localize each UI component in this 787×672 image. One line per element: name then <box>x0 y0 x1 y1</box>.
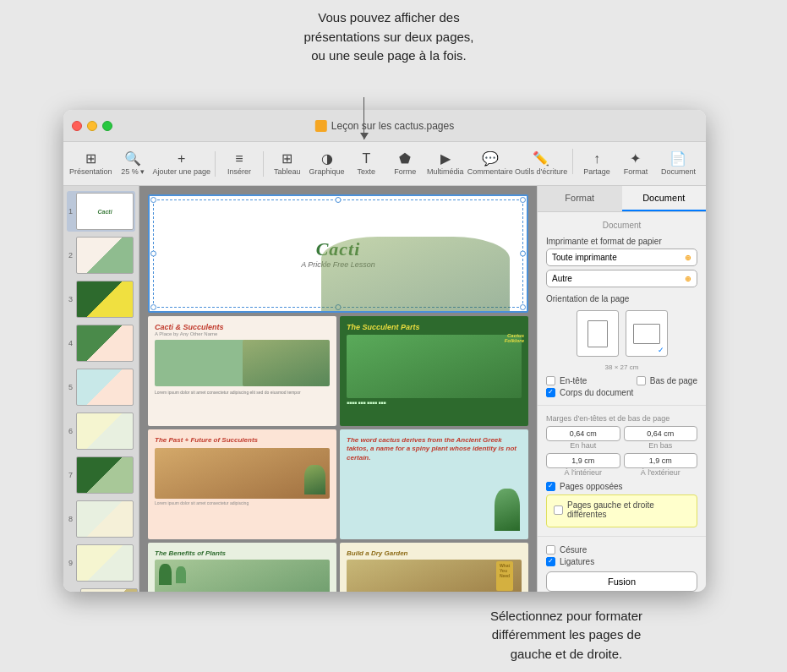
toolbar-comment[interactable]: 💬 Commentaire <box>467 149 513 179</box>
fusion-button[interactable]: Fusion <box>546 571 697 592</box>
handle-middle-left[interactable] <box>150 251 156 257</box>
succulent-parts-title: The Succulent Parts <box>347 323 522 331</box>
slide-thumb-5[interactable]: 5 <box>67 367 135 407</box>
toolbar-right: ↑ Partage ✦ Format 📄 Document <box>569 149 701 179</box>
margin-bottom-field[interactable]: 0,64 cm <box>624 426 698 441</box>
slide-preview-8 <box>76 500 134 538</box>
toolbar-document[interactable]: 📄 Document <box>656 149 701 179</box>
handle-bottom-left[interactable] <box>150 304 156 310</box>
page-1-selected[interactable]: Cacti A Prickle Free Lesson <box>148 194 528 313</box>
slide-num-5: 5 <box>68 383 73 391</box>
orientation-portrait[interactable] <box>577 310 619 357</box>
slide-thumb-2[interactable]: 2 <box>67 235 135 276</box>
multimedia-label: Multimédia <box>427 167 464 176</box>
inspector-panel: Format Document Document Imprimante et f… <box>537 186 706 592</box>
pages-spread: Cacti A Prickle Free Lesson Cacti & Succ… <box>148 194 528 592</box>
slide-preview-3 <box>76 281 134 318</box>
opposite-pages-checkbox[interactable] <box>546 482 555 491</box>
close-button[interactable] <box>72 121 82 131</box>
different-pages-checkbox[interactable] <box>554 505 563 515</box>
margin-inner-field[interactable]: 1,9 cm <box>546 453 620 468</box>
word-cactus-title: The word cactus derives from the Ancient… <box>347 436 522 462</box>
toolbar: ⊞ Présentation 🔍 25 % ▾ + Ajouter une pa… <box>63 142 706 186</box>
tab-document[interactable]: Document <box>622 186 707 211</box>
margin-outer-field[interactable]: 1,9 cm <box>624 453 698 468</box>
slide-preview-7 <box>76 456 134 494</box>
handle-top-right[interactable] <box>520 197 526 203</box>
maximize-button[interactable] <box>102 121 112 131</box>
toolbar-table[interactable]: ⊞ Tableau <box>269 149 306 179</box>
toolbar-multimedia[interactable]: ▶ Multimédia <box>425 149 465 179</box>
slide-preview-9 <box>76 544 134 582</box>
slide-thumb-7[interactable]: 7 <box>67 455 135 495</box>
body-checkbox[interactable] <box>546 388 555 397</box>
multimedia-icon: ▶ <box>440 152 451 166</box>
footer-checkbox[interactable] <box>637 376 646 385</box>
orientation-landscape[interactable] <box>626 310 668 357</box>
slide-num-4: 4 <box>68 339 73 347</box>
toolbar-add-page[interactable]: + Ajouter une page <box>153 149 210 179</box>
toolbar-text[interactable]: T Texte <box>347 149 385 179</box>
toolbar-form[interactable]: ⬟ Forme <box>386 149 424 179</box>
landscape-icon <box>633 324 660 344</box>
cacti-succulents-subtitle: A Place by Any Other Name <box>155 331 330 336</box>
toolbar-share[interactable]: ↑ Partage <box>578 149 615 179</box>
app-window: Leçon sur les cactus.pages ⊞ Présentatio… <box>63 110 706 592</box>
handle-top-left[interactable] <box>150 197 156 203</box>
comment-label: Commentaire <box>467 167 513 176</box>
slide-preview-4 <box>76 325 134 362</box>
printer-label: Imprimante et format de papier <box>546 237 697 246</box>
cacti-succulents-body: Lorem ipsum dolor sit amet consectetur a… <box>155 390 330 396</box>
paper-select[interactable]: Autre ⊕ <box>546 270 697 287</box>
slide-thumb-1[interactable]: 1 Cacti <box>67 191 135 232</box>
slide-thumb-3[interactable]: 3 <box>67 279 135 320</box>
minimize-button[interactable] <box>87 121 97 131</box>
word-cactus-image <box>495 489 520 531</box>
pages-grid: Cacti & Succulents A Place by Any Other … <box>148 316 528 592</box>
page-dry-garden[interactable]: Build a Dry Garden WhatYouNeed Lorem ips… <box>340 543 528 592</box>
page-benefits[interactable]: The Benefits of Plants ■■■ Red facts ■■■… <box>148 543 336 592</box>
benefits-image <box>155 560 330 592</box>
slide-thumb-10[interactable]: 10 <box>67 587 135 592</box>
page-succulent-parts[interactable]: The Succulent Parts CactusFolklore ■■■■ … <box>340 316 528 426</box>
margin-bottom-col: 0,64 cm En bas <box>624 426 698 450</box>
slide-thumb-6[interactable]: 6 <box>67 411 135 451</box>
printer-select[interactable]: Toute imprimante ⊕ <box>546 249 697 266</box>
canvas-area[interactable]: Cacti A Prickle Free Lesson Cacti & Succ… <box>139 186 537 592</box>
page-word-cactus[interactable]: The word cactus derives from the Ancient… <box>340 429 528 539</box>
header-checkbox[interactable] <box>546 376 555 385</box>
opposite-pages-label: Pages opposées <box>560 482 623 491</box>
ligatures-checkbox[interactable] <box>546 557 555 566</box>
ligatures-label: Ligatures <box>560 557 594 566</box>
toolbar-presentation[interactable]: ⊞ Présentation <box>68 149 112 179</box>
toolbar-format[interactable]: ✦ Format <box>617 149 654 179</box>
different-pages-row: Pages gauche et droite différentes <box>554 500 690 519</box>
paper-arrow: ⊕ <box>685 275 691 283</box>
handle-top-middle[interactable] <box>336 197 342 203</box>
toolbar-graphic[interactable]: ◑ Graphique <box>308 149 347 179</box>
slide-thumb-4[interactable]: 4 <box>67 323 135 363</box>
zoom-label: 25 % ▾ <box>121 167 145 176</box>
toolbar-insert[interactable]: ≡ Insérer <box>221 149 258 179</box>
tab-format[interactable]: Format <box>538 186 622 211</box>
form-label: Forme <box>394 167 416 176</box>
slide-thumb-8[interactable]: 8 <box>67 499 135 539</box>
ligatures-row: Ligatures <box>546 557 697 566</box>
slide-thumb-9[interactable]: 9 <box>67 543 135 583</box>
toolbar-separator-2 <box>263 151 264 177</box>
toolbar-writing-tools[interactable]: ✏️ Outils d'écriture <box>515 149 567 179</box>
handle-middle-right[interactable] <box>520 251 526 257</box>
hyphenation-checkbox[interactable] <box>546 545 555 555</box>
handle-bottom-right[interactable] <box>520 304 526 310</box>
cacti-succulents-image <box>155 340 330 386</box>
page-past-future[interactable]: The Past + Future of Succulents Lorem ip… <box>148 429 336 539</box>
margin-inner-label: À l'intérieur <box>546 468 620 477</box>
toolbar-zoom[interactable]: 🔍 25 % ▾ <box>114 149 151 179</box>
page-cacti-succulents[interactable]: Cacti & Succulents A Place by Any Other … <box>148 316 336 426</box>
margin-top-field[interactable]: 0,64 cm <box>546 426 620 441</box>
text-icon: T <box>362 152 370 166</box>
slide-num-3: 3 <box>68 295 73 303</box>
window-title: Leçon sur les cactus.pages <box>315 120 454 132</box>
margin-outer-col: 1,9 cm À l'extérieur <box>624 453 698 477</box>
document-label: Document <box>661 167 696 176</box>
